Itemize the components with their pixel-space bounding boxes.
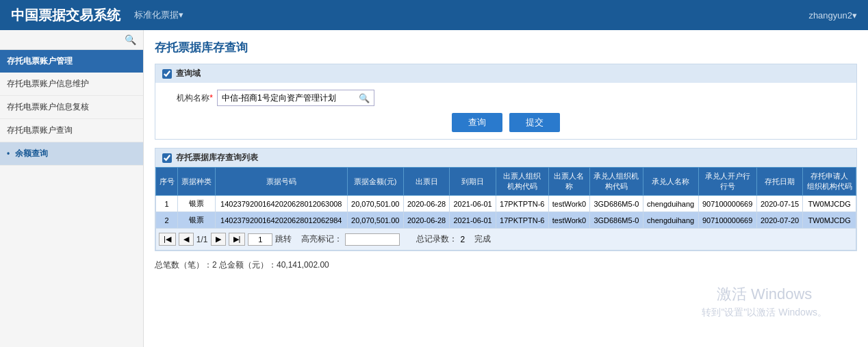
result-panel-toggle[interactable] (162, 153, 172, 163)
col-amount: 票据金额(元) (347, 168, 403, 196)
table-cell: 2021-06-01 (450, 212, 496, 229)
table-cell: 907100000669 (698, 196, 756, 212)
table-row[interactable]: 2银票1402379200164202062801206298420,070,5… (156, 212, 856, 229)
table-cell: 2021-06-01 (450, 196, 496, 212)
org-search-icon[interactable]: 🔍 (355, 92, 374, 105)
page-info: 1/1 (196, 235, 208, 244)
table-cell: 2020-07-20 (756, 212, 803, 229)
summary-text: 总笔数（笔）：2 总金额（元）：40,141,002.00 (155, 259, 857, 271)
sidebar-item-label: 存托电票账户信息维护 (7, 79, 89, 88)
page-title: 存托票据库存查询 (155, 40, 857, 55)
table-cell: 14023792001642020628012063008 (215, 196, 347, 212)
col-deposit-applicant: 存托申请人组织机构代码 (803, 168, 856, 196)
pagination-bar: |◀ ◀ 1/1 ▶ ▶| 跳转 高亮标记： 总记录数： 2 完成 (155, 229, 856, 250)
sidebar-item-label: 存托电票账户查询 (7, 125, 73, 135)
result-table: 序号 票据种类 票据号码 票据金额(元) 出票日 到期日 出票人组织机构代码 出… (155, 167, 856, 229)
col-acceptor-name: 承兑人名称 (643, 168, 698, 196)
table-cell: 2020-06-28 (403, 196, 450, 212)
page-last-btn[interactable]: ▶| (229, 233, 246, 246)
page-first-btn[interactable]: |◀ (159, 233, 176, 246)
query-btn-row: 查询 提交 (165, 113, 847, 132)
table-cell: TW0MJCDG (803, 212, 856, 229)
sidebar-item-info-maintenance[interactable]: 存托电票账户信息维护 (0, 73, 143, 96)
table-cell: 17PKTPTN-6 (496, 196, 548, 212)
table-cell: 2020-07-15 (756, 196, 803, 212)
table-cell: TW0MJCDG (803, 196, 856, 212)
main-content: 存托票据库存查询 查询域 机构名称 🔍 查询 提交 (144, 30, 868, 347)
table-cell: 20,070,501.00 (347, 212, 403, 229)
org-name-label: 机构名称 (165, 92, 213, 104)
result-panel: 存托票据库存查询列表 序号 票据种类 票据号码 票据金额(元) 出票日 到期日 … (155, 148, 857, 251)
col-issue-date: 出票日 (403, 168, 450, 196)
table-cell: testWork0 (548, 212, 589, 229)
col-seq: 序号 (156, 168, 178, 196)
sidebar-item-label: 存托电票账户信息复核 (7, 102, 89, 112)
page-next-btn[interactable]: ▶ (211, 233, 226, 246)
query-panel-toggle[interactable] (162, 69, 172, 79)
table-cell: 907100000669 (698, 212, 756, 229)
sidebar-item-label: 余额查询 (15, 149, 48, 158)
col-deposit-date: 存托日期 (756, 168, 803, 196)
result-panel-header: 存托票据库存查询列表 (155, 149, 856, 167)
org-name-input[interactable] (218, 90, 355, 105)
table-cell: 14023792001642020628012062984 (215, 212, 347, 229)
table-cell: 银票 (178, 212, 216, 229)
query-panel-title: 查询域 (176, 68, 201, 79)
jump-label: 跳转 (275, 233, 292, 245)
table-cell: chengduihang (643, 212, 698, 229)
query-panel: 查询域 机构名称 🔍 查询 提交 (155, 64, 857, 140)
table-cell: 17PKTPTN-6 (496, 212, 548, 229)
col-due-date: 到期日 (450, 168, 496, 196)
total-records-label: 总记录数： (416, 233, 457, 245)
col-type: 票据种类 (178, 168, 216, 196)
col-acceptor-org: 承兑人组织机构代码 (590, 168, 643, 196)
org-name-input-wrap: 🔍 (217, 90, 374, 106)
search-icon[interactable]: 🔍 (125, 34, 136, 45)
sidebar-item-info-review[interactable]: 存托电票账户信息复核 (0, 96, 143, 119)
main-layout: 🔍 存托电票账户管理 存托电票账户信息维护 存托电票账户信息复核 存托电票账户查… (0, 30, 868, 347)
col-drawer-name: 出票人名称 (548, 168, 589, 196)
header: 中国票据交易系统 标准化票据▾ zhangyun2▾ (0, 0, 868, 30)
result-table-wrap: 序号 票据种类 票据号码 票据金额(元) 出票日 到期日 出票人组织机构代码 出… (155, 167, 856, 229)
sidebar-search-row: 🔍 (0, 30, 143, 50)
table-cell: 1 (156, 196, 178, 212)
table-cell: 20,070,501.00 (347, 196, 403, 212)
total-records-value: 2 (460, 235, 465, 244)
highlight-input[interactable] (345, 233, 400, 246)
app-title: 中国票据交易系统 (11, 6, 120, 25)
status-complete: 完成 (474, 233, 491, 245)
highlight-label: 高亮标记： (301, 233, 342, 245)
sidebar-item-balance-query[interactable]: • 余额查询 (0, 142, 143, 166)
page-jump-input[interactable] (248, 233, 272, 246)
table-cell: testWork0 (548, 196, 589, 212)
query-panel-body: 机构名称 🔍 查询 提交 (155, 83, 856, 139)
table-cell: 2020-06-28 (403, 212, 450, 229)
sidebar: 🔍 存托电票账户管理 存托电票账户信息维护 存托电票账户信息复核 存托电票账户查… (0, 30, 144, 347)
query-panel-header: 查询域 (155, 64, 856, 83)
query-button[interactable]: 查询 (452, 113, 502, 132)
col-drawer-org: 出票人组织机构代码 (496, 168, 548, 196)
sidebar-group-title: 存托电票账户管理 (0, 50, 143, 73)
sidebar-item-account-query[interactable]: 存托电票账户查询 (0, 119, 143, 142)
col-acceptor-bank: 承兑人开户行行号 (698, 168, 756, 196)
org-name-row: 机构名称 🔍 (165, 90, 847, 106)
table-cell: 3GD686M5-0 (590, 196, 643, 212)
table-cell: 3GD686M5-0 (590, 212, 643, 229)
table-header-row: 序号 票据种类 票据号码 票据金额(元) 出票日 到期日 出票人组织机构代码 出… (156, 168, 856, 196)
menu-standardized-bills[interactable]: 标准化票据▾ (134, 9, 183, 21)
header-left: 中国票据交易系统 标准化票据▾ (11, 6, 183, 25)
page-prev-btn[interactable]: ◀ (179, 233, 194, 246)
user-menu[interactable]: zhangyun2▾ (808, 10, 857, 21)
table-cell: 银票 (178, 196, 216, 212)
active-dot: • (7, 149, 12, 158)
table-cell: 2 (156, 212, 178, 229)
table-row[interactable]: 1银票1402379200164202062801206300820,070,5… (156, 196, 856, 212)
table-cell: chengduihang (643, 196, 698, 212)
result-panel-title: 存托票据库存查询列表 (176, 152, 258, 164)
col-number: 票据号码 (215, 168, 347, 196)
submit-button[interactable]: 提交 (509, 113, 560, 132)
